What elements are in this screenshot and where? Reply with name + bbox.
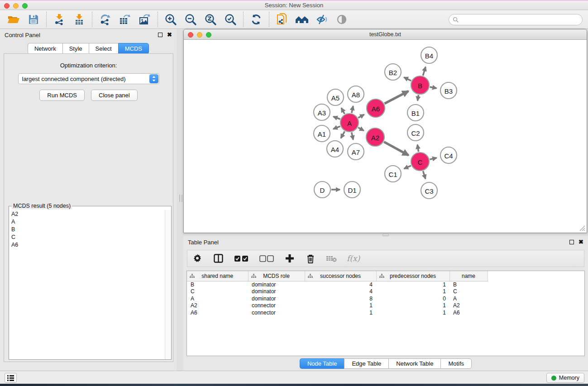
memory-button[interactable]: Memory: [546, 373, 584, 383]
settings-icon[interactable]: [192, 253, 203, 264]
refresh-icon[interactable]: [246, 11, 266, 28]
table-row[interactable]: Cdominator41C: [187, 288, 488, 295]
tab-mcds[interactable]: MCDS: [118, 43, 149, 54]
tab-network[interactable]: Network: [28, 43, 62, 54]
graph-edge[interactable]: [333, 126, 340, 129]
graph-edge[interactable]: [417, 95, 418, 101]
graph-node[interactable]: C: [411, 152, 429, 171]
function-builder-icon[interactable]: f(x): [347, 254, 360, 263]
mcds-result-item[interactable]: A6: [9, 241, 165, 248]
graph-edge[interactable]: [333, 117, 340, 119]
column-header-name[interactable]: name: [449, 271, 488, 281]
column-header-successor-nodes[interactable]: successor nodes: [305, 271, 376, 281]
graph-edge[interactable]: [352, 132, 354, 139]
close-window-button[interactable]: [4, 3, 10, 9]
zoom-in-icon[interactable]: [161, 11, 181, 28]
open-session-icon[interactable]: [4, 11, 24, 28]
search-field[interactable]: [449, 14, 583, 25]
vertical-split-handle[interactable]: [179, 195, 182, 202]
graph-node[interactable]: A4: [327, 141, 343, 157]
table-row[interactable]: A2connector11A2: [187, 302, 488, 310]
export-network-icon[interactable]: [95, 11, 115, 28]
column-header-shared-name[interactable]: shared name: [187, 271, 248, 281]
close-panel-icon[interactable]: ✖: [167, 33, 172, 37]
show-all-networks-icon[interactable]: [292, 11, 312, 28]
graph-edge[interactable]: [430, 87, 437, 88]
delete-table-icon[interactable]: [326, 253, 337, 264]
search-input[interactable]: [460, 14, 582, 25]
graph-edge[interactable]: [385, 91, 409, 103]
graph-edge[interactable]: [404, 166, 411, 169]
zoom-window-button[interactable]: [22, 3, 28, 9]
export-image-icon[interactable]: [135, 11, 155, 28]
float-panel-icon[interactable]: [158, 33, 163, 37]
network-window-titlebar[interactable]: testGlobe.txt: [184, 29, 587, 40]
criterion-select[interactable]: largest connected component (directed): [18, 73, 159, 84]
graph-edge[interactable]: [341, 131, 344, 138]
deselect-all-icon[interactable]: [259, 253, 274, 264]
graph-node[interactable]: A7: [348, 143, 364, 160]
graph-node[interactable]: C3: [421, 182, 437, 199]
graph-node[interactable]: B1: [407, 105, 424, 121]
tab-node-table[interactable]: Node Table: [300, 358, 344, 369]
table-row[interactable]: Bdominator41B: [187, 281, 488, 288]
create-column-icon[interactable]: [284, 253, 295, 264]
task-history-button[interactable]: [5, 373, 17, 383]
graph-node[interactable]: C4: [440, 147, 457, 163]
network-close-button[interactable]: [188, 32, 193, 38]
graph-edge[interactable]: [384, 142, 408, 156]
delete-columns-icon[interactable]: [305, 253, 316, 264]
graph-node[interactable]: A6: [367, 99, 385, 117]
run-mcds-button[interactable]: Run MCDS: [39, 90, 85, 101]
select-all-icon[interactable]: [234, 253, 249, 264]
network-zoom-button[interactable]: [206, 32, 211, 38]
close-table-panel-icon[interactable]: ✖: [578, 240, 583, 244]
show-columns-icon[interactable]: [213, 253, 224, 264]
zoom-fit-icon[interactable]: [201, 11, 220, 28]
graph-node[interactable]: C1: [385, 166, 401, 182]
table-row[interactable]: Adominator80A: [187, 295, 488, 302]
graph-node[interactable]: A8: [348, 86, 364, 102]
float-table-panel-icon[interactable]: [569, 240, 574, 244]
column-header-mcds-role[interactable]: MCDS role: [248, 271, 305, 281]
zoom-selected-icon[interactable]: [220, 11, 240, 28]
tab-style[interactable]: Style: [62, 43, 89, 54]
mcds-result-list[interactable]: A2ABCA6: [9, 210, 165, 359]
close-panel-button[interactable]: Close panel: [91, 90, 138, 101]
graph-node[interactable]: A2: [366, 128, 384, 146]
hide-panels-icon[interactable]: [312, 11, 332, 28]
result-scrollbar[interactable]: [165, 210, 171, 359]
graph-node[interactable]: D: [314, 181, 330, 198]
graph-node[interactable]: B4: [421, 47, 437, 63]
graph-edge[interactable]: [430, 158, 436, 159]
tab-select[interactable]: Select: [89, 43, 118, 54]
minimize-window-button[interactable]: [13, 3, 19, 9]
graph-edge[interactable]: [341, 108, 344, 114]
toggle-view-icon[interactable]: [332, 11, 352, 28]
graph-node[interactable]: C2: [407, 124, 424, 141]
graph-node[interactable]: B: [411, 76, 429, 94]
graph-node[interactable]: B3: [440, 82, 457, 99]
copy-network-icon[interactable]: [272, 11, 292, 28]
attribute-table[interactable]: shared name MCDS role successor nodes pr…: [187, 271, 488, 316]
network-minimize-button[interactable]: [197, 32, 202, 38]
export-table-icon[interactable]: [115, 11, 135, 28]
window-resize-grip[interactable]: [579, 225, 585, 231]
graph-edge[interactable]: [423, 171, 425, 179]
graph-edge[interactable]: [404, 77, 411, 81]
graph-edge[interactable]: [352, 106, 353, 113]
mcds-result-item[interactable]: C: [9, 233, 165, 241]
tab-edge-table[interactable]: Edge Table: [344, 358, 388, 369]
table-row[interactable]: A6connector11A6: [187, 309, 488, 316]
zoom-out-icon[interactable]: [181, 11, 201, 28]
mcds-result-item[interactable]: A: [9, 218, 165, 225]
mcds-result-item[interactable]: A2: [9, 210, 165, 218]
graph-edge[interactable]: [417, 145, 418, 152]
graph-node[interactable]: A5: [327, 89, 344, 105]
graph-node[interactable]: A1: [314, 125, 330, 142]
tab-network-table[interactable]: Network Table: [388, 358, 440, 369]
traffic-lights[interactable]: [4, 3, 28, 9]
import-network-icon[interactable]: [49, 11, 69, 28]
graph-edge[interactable]: [358, 128, 364, 131]
graph-node[interactable]: B2: [385, 64, 401, 80]
